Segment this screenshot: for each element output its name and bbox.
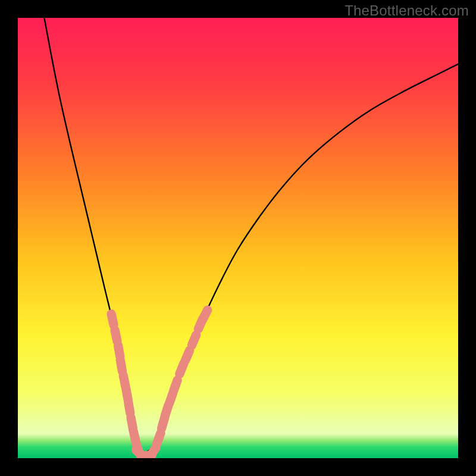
chart-svg <box>18 18 458 458</box>
data-marker <box>111 314 114 325</box>
watermark-text: TheBottleneck.com <box>345 2 469 19</box>
data-marker <box>180 364 184 374</box>
plot-area <box>18 18 458 458</box>
data-marker <box>202 310 207 320</box>
chart-frame: TheBottleneck.com <box>0 0 476 476</box>
data-marker <box>129 402 130 414</box>
gradient-background <box>18 18 458 458</box>
data-marker <box>192 335 196 345</box>
data-marker <box>118 346 120 357</box>
data-marker <box>174 380 177 391</box>
data-marker <box>157 433 161 444</box>
data-marker <box>115 330 117 342</box>
data-marker <box>149 448 156 457</box>
data-marker <box>185 350 189 361</box>
data-marker <box>120 360 122 371</box>
